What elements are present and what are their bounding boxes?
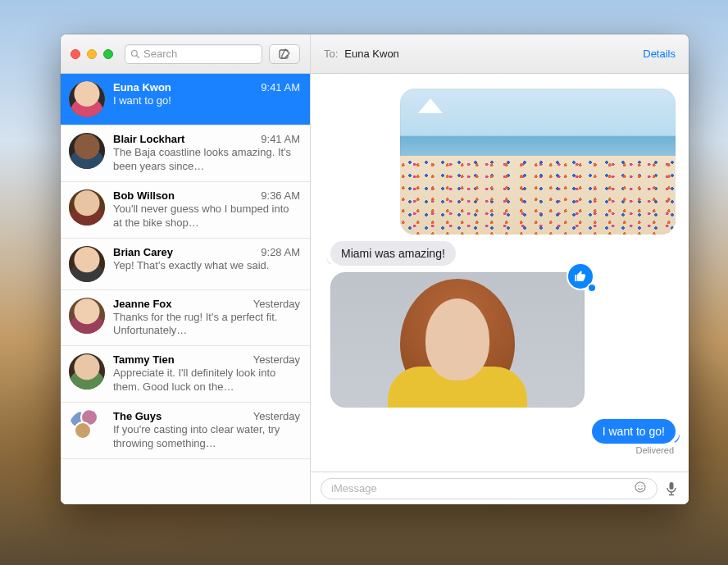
conversation-name: Blair Lockhart	[113, 133, 184, 145]
compose-button[interactable]	[269, 44, 300, 64]
conversation-time: 9:28 AM	[254, 246, 300, 258]
avatar	[69, 246, 105, 282]
message-image-in[interactable]	[330, 272, 676, 408]
search-icon	[130, 49, 140, 59]
to-label: To:	[324, 48, 338, 60]
message-image-out[interactable]	[330, 89, 676, 235]
minimize-window-button[interactable]	[87, 49, 97, 59]
conversation-name: Bob Willson	[113, 189, 175, 202]
message-bubble[interactable]: Miami was amazing!	[330, 241, 456, 266]
conversation-item[interactable]: Euna Kwon 9:41 AM I want to go!	[61, 74, 310, 125]
svg-line-1	[137, 55, 139, 57]
conversation-item[interactable]: Jeanne Fox Yesterday Thanks for the rug!…	[61, 290, 310, 347]
zoom-window-button[interactable]	[103, 49, 113, 59]
delivery-status: Delivered	[592, 445, 676, 455]
composer: iMessage	[311, 472, 689, 504]
avatar-group	[69, 410, 105, 446]
conversation-preview: The Baja coastline looks amazing. It's b…	[113, 146, 300, 174]
image-attachment[interactable]	[330, 272, 585, 408]
reaction-thumbs-up-icon[interactable]	[568, 264, 593, 289]
emoji-picker-icon[interactable]	[634, 481, 647, 496]
avatar	[69, 298, 105, 334]
svg-rect-6	[670, 482, 674, 490]
avatar	[69, 353, 105, 390]
conversation-time: Yesterday	[247, 410, 300, 422]
svg-point-3	[635, 482, 645, 492]
conversation-preview: You'll never guess who I bumped into at …	[113, 203, 300, 230]
conversation-item[interactable]: Tammy Tien Yesterday Appreciate it. I'll…	[61, 346, 310, 403]
conversation-name: The Guys	[113, 410, 162, 422]
message-out: I want to go! Delivered	[330, 419, 676, 455]
details-button[interactable]: Details	[643, 48, 676, 60]
message-in: Miami was amazing!	[330, 241, 676, 266]
conversation-header: To: Euna Kwon Details	[311, 34, 689, 74]
conversation-name: Tammy Tien	[113, 353, 175, 366]
avatar	[69, 133, 105, 169]
conversation-preview: Appreciate it. I'll definitely look into…	[113, 367, 300, 394]
dictation-icon[interactable]	[664, 481, 679, 496]
messages-window: Search Euna Kwon 9:41 AM I want to go!	[61, 34, 689, 504]
compose-icon	[278, 48, 291, 61]
avatar	[69, 189, 105, 226]
conversation-name: Brian Carey	[113, 246, 173, 258]
message-thread[interactable]: Miami was amazing! I want to go! Deliver…	[311, 74, 689, 472]
sidebar: Search Euna Kwon 9:41 AM I want to go!	[61, 34, 311, 504]
search-placeholder: Search	[143, 48, 177, 60]
conversation-preview: I want to go!	[113, 94, 300, 108]
conversation-name: Euna Kwon	[113, 81, 171, 93]
image-attachment[interactable]	[400, 89, 676, 235]
conversation-time: 9:36 AM	[254, 189, 300, 202]
avatar	[69, 81, 105, 117]
conversation-preview: If you're casting into clear water, try …	[113, 423, 300, 451]
conversation-item[interactable]: The Guys Yesterday If you're casting int…	[61, 403, 310, 459]
window-controls	[71, 49, 113, 59]
conversation-preview: Thanks for the rug! It's a perfect fit. …	[113, 311, 300, 339]
svg-point-4	[638, 485, 639, 486]
main-panel: To: Euna Kwon Details Miami was amazing!	[311, 34, 689, 504]
conversation-list: Euna Kwon 9:41 AM I want to go! Blair Lo…	[61, 74, 310, 504]
conversation-time: 9:41 AM	[254, 133, 300, 145]
conversation-preview: Yep! That's exactly what we said.	[113, 259, 300, 273]
to-name: Euna Kwon	[344, 48, 399, 60]
close-window-button[interactable]	[71, 49, 80, 59]
message-input-placeholder: iMessage	[331, 482, 377, 494]
conversation-item[interactable]: Bob Willson 9:36 AM You'll never guess w…	[61, 182, 310, 239]
svg-point-5	[641, 485, 642, 486]
conversation-time: Yesterday	[247, 298, 300, 310]
titlebar: Search	[61, 34, 310, 74]
conversation-name: Jeanne Fox	[113, 298, 172, 310]
conversation-item[interactable]: Brian Carey 9:28 AM Yep! That's exactly …	[61, 239, 310, 290]
search-input[interactable]: Search	[125, 44, 262, 64]
message-input[interactable]: iMessage	[321, 478, 657, 499]
conversation-item[interactable]: Blair Lockhart 9:41 AM The Baja coastlin…	[61, 125, 310, 182]
message-bubble[interactable]: I want to go!	[592, 419, 676, 444]
conversation-time: 9:41 AM	[254, 81, 300, 93]
conversation-time: Yesterday	[247, 353, 300, 366]
